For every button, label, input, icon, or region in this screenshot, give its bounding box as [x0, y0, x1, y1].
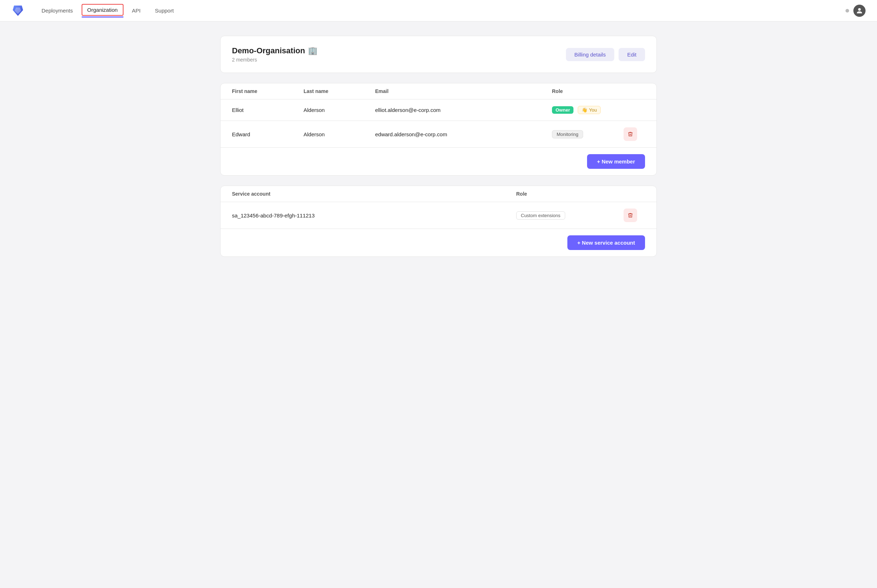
monitoring-badge: Monitoring [552, 130, 583, 138]
org-member-count: 2 members [232, 57, 317, 63]
navbar-right [845, 4, 865, 17]
nav-api[interactable]: API [126, 4, 146, 18]
delete-service-account-button[interactable] [624, 208, 637, 222]
service-role-col: Custom extensions [516, 212, 624, 220]
service-accounts-footer: + New service account [221, 229, 656, 256]
service-account-id: sa_123456-abcd-789-efgh-111213 [232, 213, 516, 219]
you-badge: 👋 You [578, 106, 601, 114]
custom-extensions-badge: Custom extensions [516, 212, 565, 220]
members-table-footer: + New member [221, 148, 656, 175]
col-service-role: Role [516, 191, 624, 197]
new-service-account-button[interactable]: + New service account [567, 236, 645, 250]
service-accounts-card: Service account Role sa_123456-abcd-789-… [220, 186, 657, 257]
member-last-name: Alderson [304, 131, 375, 137]
billing-details-button[interactable]: Billing details [566, 48, 615, 61]
col-actions [624, 88, 645, 94]
org-name: Demo-Organisation [232, 46, 305, 56]
col-role: Role [552, 88, 624, 94]
member-email: edward.alderson@e-corp.com [375, 131, 552, 137]
nav-links: Deployments Organization API Support [36, 4, 834, 18]
delete-member-button[interactable] [624, 128, 637, 141]
service-table-header: Service account Role [221, 186, 656, 202]
navbar: Deployments Organization API Support [0, 0, 877, 21]
owner-badge: Owner [552, 106, 573, 114]
table-row: sa_123456-abcd-789-efgh-111213 Custom ex… [221, 202, 656, 229]
members-table-header: First name Last name Email Role [221, 83, 656, 99]
status-indicator [845, 9, 849, 12]
org-actions: Billing details Edit [566, 48, 645, 61]
member-email: elliot.alderson@e-corp.com [375, 107, 552, 113]
user-avatar[interactable] [853, 4, 865, 17]
col-email: Email [375, 88, 552, 94]
nav-org-wrap: Organization [81, 4, 123, 18]
col-first-name: First name [232, 88, 304, 94]
svg-point-0 [858, 8, 860, 10]
org-info: Demo-Organisation 🏢 2 members [232, 46, 317, 63]
member-role-col: Owner 👋 You [552, 106, 624, 114]
table-row: Edward Alderson edward.alderson@e-corp.c… [221, 121, 656, 148]
page-content: Demo-Organisation 🏢 2 members Billing de… [206, 36, 671, 257]
org-title: Demo-Organisation 🏢 [232, 46, 317, 56]
nav-active-underline [81, 16, 123, 18]
col-service-actions [624, 191, 645, 197]
member-first-name: Edward [232, 131, 304, 137]
nav-organization[interactable]: Organization [81, 4, 123, 16]
edit-button[interactable]: Edit [618, 48, 645, 61]
member-role-col: Monitoring [552, 130, 624, 138]
you-emoji: 👋 [582, 107, 587, 112]
org-header-card: Demo-Organisation 🏢 2 members Billing de… [220, 36, 657, 73]
nav-support[interactable]: Support [149, 4, 180, 18]
col-service-account: Service account [232, 191, 516, 197]
you-label: You [589, 107, 597, 112]
col-last-name: Last name [304, 88, 375, 94]
member-last-name: Alderson [304, 107, 375, 113]
new-member-button[interactable]: + New member [587, 154, 645, 169]
org-icon: 🏢 [308, 46, 317, 56]
table-row: Elliot Alderson elliot.alderson@e-corp.c… [221, 99, 656, 121]
nav-deployments[interactable]: Deployments [36, 4, 79, 18]
logo[interactable] [12, 4, 24, 17]
members-table-card: First name Last name Email Role Elliot A… [220, 83, 657, 176]
member-first-name: Elliot [232, 107, 304, 113]
